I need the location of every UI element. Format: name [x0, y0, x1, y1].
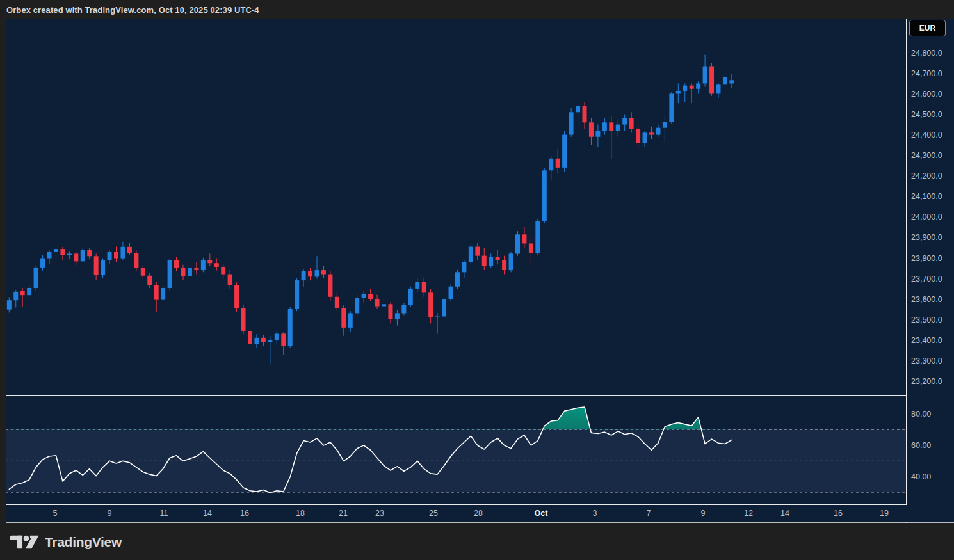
candle [576, 106, 580, 113]
candle [556, 159, 560, 168]
rsi-indicator-chart[interactable] [6, 396, 907, 504]
candle [395, 313, 400, 319]
candle [669, 93, 674, 122]
candle [335, 297, 339, 308]
candle [120, 247, 125, 259]
candle [482, 256, 487, 266]
candle [254, 338, 259, 344]
candle [469, 247, 473, 262]
time-axis-border [6, 522, 954, 523]
candle [147, 276, 152, 285]
time-tick-label: 16 [834, 505, 843, 522]
price-axis-label: 23,200.0 [911, 376, 942, 387]
candle [716, 84, 721, 93]
candle [234, 285, 239, 308]
candle [315, 270, 319, 276]
price-pane[interactable] [6, 19, 907, 396]
candle [261, 338, 266, 342]
candle [201, 260, 206, 270]
price-axis-label: 24,500.0 [911, 109, 942, 120]
price-axis-label: 24,800.0 [911, 48, 942, 58]
candle [161, 288, 165, 300]
candle [502, 260, 506, 270]
time-tick-label: 18 [296, 505, 305, 522]
candle [214, 263, 219, 267]
candle [275, 333, 279, 340]
time-axis[interactable]: 591114161821232528Oct37912141619 [6, 505, 907, 522]
tradingview-logo-icon [10, 534, 40, 550]
candle [20, 291, 25, 295]
rsi-axis-label: 40.00 [911, 472, 931, 482]
candle [422, 282, 426, 292]
price-axis-label: 23,800.0 [911, 253, 942, 264]
candle [302, 271, 306, 280]
candle [94, 256, 99, 275]
rsi-pane[interactable] [6, 396, 907, 504]
candle [723, 77, 727, 84]
candle [729, 80, 734, 83]
candle [81, 250, 85, 262]
candle [228, 275, 232, 285]
candle [114, 252, 118, 258]
candle [74, 253, 78, 261]
candle [602, 122, 607, 131]
candle [656, 128, 660, 135]
time-tick-label: 23 [375, 505, 384, 522]
candle [141, 268, 145, 276]
time-tick-label: 9 [108, 505, 112, 522]
time-tick-label: 28 [474, 505, 483, 522]
price-axis-label: 23,900.0 [911, 232, 942, 243]
candle [609, 122, 613, 131]
price-axis-label: 23,300.0 [911, 356, 942, 366]
candle [281, 333, 286, 346]
candle [328, 275, 332, 297]
candle [207, 260, 212, 263]
axis-separator [906, 19, 907, 523]
candle [168, 260, 172, 288]
candle [415, 282, 419, 289]
time-tick-label: 16 [240, 505, 249, 522]
candle [542, 170, 547, 221]
candle [616, 125, 620, 131]
candle [181, 268, 186, 276]
time-tick-label: 14 [203, 505, 212, 522]
price-axis-label: 23,700.0 [911, 274, 942, 284]
candle [696, 83, 700, 88]
time-tick-label: 21 [339, 505, 348, 522]
candle [489, 257, 493, 266]
candle [7, 300, 12, 309]
time-tick-label: 19 [880, 505, 889, 522]
candle [308, 271, 312, 276]
price-axis-label: 24,000.0 [911, 212, 942, 222]
candle [636, 129, 640, 143]
candle [515, 234, 520, 253]
candle [60, 249, 65, 255]
tradingview-logo-text: TradingView [45, 534, 122, 550]
time-tick-label: Oct [535, 505, 548, 522]
time-tick-label: 25 [429, 505, 438, 522]
time-tick-label: 12 [744, 505, 753, 522]
candle [154, 285, 159, 299]
candle [388, 304, 392, 319]
price-axis[interactable]: EUR 24,800.024,700.024,600.024,500.024,4… [907, 19, 954, 523]
candle [629, 118, 634, 129]
time-tick-label: 7 [647, 505, 651, 522]
candle [382, 304, 386, 306]
price-axis-label: 23,400.0 [911, 335, 942, 346]
price-axis-label: 24,300.0 [911, 150, 942, 161]
candle [535, 221, 540, 253]
candlestick-chart[interactable] [6, 19, 907, 396]
candle [462, 262, 466, 272]
candle [643, 132, 647, 143]
candle [562, 135, 567, 168]
candle [690, 86, 694, 89]
tradingview-logo[interactable]: TradingView [10, 532, 122, 552]
price-axis-label: 24,700.0 [911, 68, 942, 79]
candle [569, 112, 574, 134]
time-tick-label: 14 [780, 505, 789, 522]
rsi-axis-label: 80.00 [911, 409, 931, 419]
time-tick-label: 3 [593, 505, 597, 522]
candle [355, 298, 359, 314]
candle [703, 67, 707, 84]
candle [455, 272, 460, 286]
